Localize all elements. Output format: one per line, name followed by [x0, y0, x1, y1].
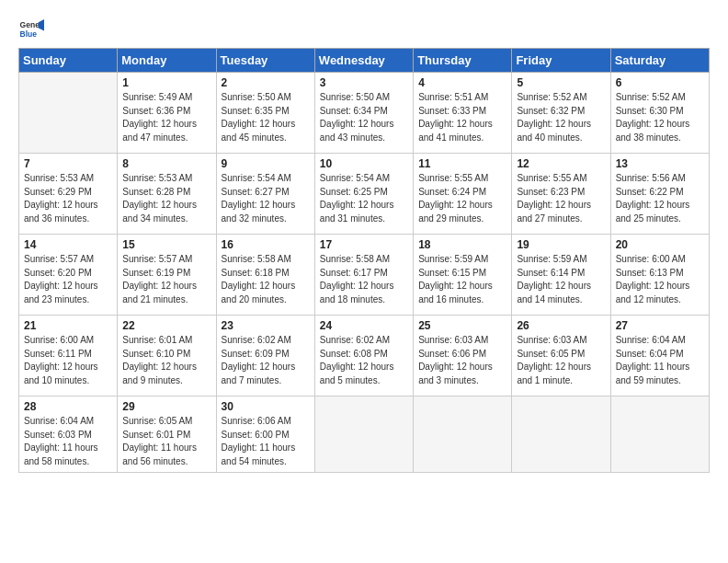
- weekday-header-wednesday: Wednesday: [314, 49, 413, 73]
- day-number: 7: [24, 157, 113, 170]
- calendar-cell: 7Sunrise: 5:53 AM Sunset: 6:29 PM Daylig…: [19, 154, 118, 235]
- calendar-cell: 30Sunrise: 6:06 AM Sunset: 6:00 PM Dayli…: [216, 396, 314, 473]
- day-info: Sunrise: 5:50 AM Sunset: 6:34 PM Dayligh…: [320, 91, 409, 144]
- calendar-cell: 23Sunrise: 6:02 AM Sunset: 6:09 PM Dayli…: [216, 316, 314, 396]
- logo-icon: General Blue: [18, 17, 44, 42]
- day-number: 22: [122, 319, 211, 332]
- calendar-cell: 8Sunrise: 5:53 AM Sunset: 6:28 PM Daylig…: [118, 154, 216, 235]
- week-row-3: 14Sunrise: 5:57 AM Sunset: 6:20 PM Dayli…: [19, 235, 710, 316]
- day-number: 28: [24, 400, 113, 413]
- week-row-1: 1Sunrise: 5:49 AM Sunset: 6:36 PM Daylig…: [19, 73, 710, 154]
- day-info: Sunrise: 6:04 AM Sunset: 6:04 PM Dayligh…: [616, 334, 705, 387]
- day-info: Sunrise: 5:55 AM Sunset: 6:24 PM Dayligh…: [418, 172, 507, 225]
- calendar-cell: 9Sunrise: 5:54 AM Sunset: 6:27 PM Daylig…: [216, 154, 314, 235]
- calendar-cell: [414, 396, 512, 473]
- calendar-cell: 28Sunrise: 6:04 AM Sunset: 6:03 PM Dayli…: [19, 396, 118, 473]
- day-number: 11: [418, 157, 507, 170]
- calendar-cell: 1Sunrise: 5:49 AM Sunset: 6:36 PM Daylig…: [118, 73, 216, 154]
- day-number: 24: [320, 319, 409, 332]
- calendar-cell: 15Sunrise: 5:57 AM Sunset: 6:19 PM Dayli…: [118, 235, 216, 316]
- calendar-cell: 20Sunrise: 6:00 AM Sunset: 6:13 PM Dayli…: [610, 235, 709, 316]
- day-info: Sunrise: 5:54 AM Sunset: 6:27 PM Dayligh…: [222, 172, 311, 225]
- day-number: 5: [517, 76, 606, 89]
- calendar-cell: 6Sunrise: 5:52 AM Sunset: 6:30 PM Daylig…: [610, 73, 709, 154]
- day-number: 3: [320, 76, 409, 89]
- calendar-cell: 4Sunrise: 5:51 AM Sunset: 6:33 PM Daylig…: [414, 73, 512, 154]
- calendar-cell: 29Sunrise: 6:05 AM Sunset: 6:01 PM Dayli…: [118, 396, 216, 473]
- calendar-cell: 27Sunrise: 6:04 AM Sunset: 6:04 PM Dayli…: [610, 316, 709, 396]
- calendar-cell: 3Sunrise: 5:50 AM Sunset: 6:34 PM Daylig…: [314, 73, 413, 154]
- day-info: Sunrise: 5:56 AM Sunset: 6:22 PM Dayligh…: [616, 172, 705, 225]
- day-number: 15: [122, 238, 211, 251]
- day-info: Sunrise: 5:52 AM Sunset: 6:32 PM Dayligh…: [517, 91, 606, 144]
- calendar-cell: 19Sunrise: 5:59 AM Sunset: 6:14 PM Dayli…: [512, 235, 610, 316]
- day-info: Sunrise: 5:53 AM Sunset: 6:29 PM Dayligh…: [24, 172, 113, 225]
- day-info: Sunrise: 6:00 AM Sunset: 6:11 PM Dayligh…: [24, 334, 113, 387]
- day-number: 20: [616, 238, 705, 251]
- weekday-header-thursday: Thursday: [414, 49, 512, 73]
- calendar-cell: 21Sunrise: 6:00 AM Sunset: 6:11 PM Dayli…: [19, 316, 118, 396]
- day-number: 1: [122, 76, 211, 89]
- calendar-cell: 10Sunrise: 5:54 AM Sunset: 6:25 PM Dayli…: [314, 154, 413, 235]
- calendar-cell: [19, 73, 118, 154]
- day-number: 2: [222, 76, 311, 89]
- day-info: Sunrise: 5:58 AM Sunset: 6:18 PM Dayligh…: [222, 253, 311, 306]
- day-info: Sunrise: 6:06 AM Sunset: 6:00 PM Dayligh…: [222, 415, 311, 468]
- day-number: 30: [222, 400, 311, 413]
- day-info: Sunrise: 6:05 AM Sunset: 6:01 PM Dayligh…: [122, 415, 211, 468]
- week-row-2: 7Sunrise: 5:53 AM Sunset: 6:29 PM Daylig…: [19, 154, 710, 235]
- calendar-cell: 13Sunrise: 5:56 AM Sunset: 6:22 PM Dayli…: [610, 154, 709, 235]
- weekday-header-friday: Friday: [512, 49, 610, 73]
- day-number: 23: [222, 319, 311, 332]
- calendar-cell: 14Sunrise: 5:57 AM Sunset: 6:20 PM Dayli…: [19, 235, 118, 316]
- day-info: Sunrise: 5:59 AM Sunset: 6:14 PM Dayligh…: [517, 253, 606, 306]
- day-info: Sunrise: 5:58 AM Sunset: 6:17 PM Dayligh…: [320, 253, 409, 306]
- calendar-cell: [610, 396, 709, 473]
- day-number: 25: [418, 319, 507, 332]
- weekday-header-monday: Monday: [118, 49, 216, 73]
- calendar-table: SundayMondayTuesdayWednesdayThursdayFrid…: [18, 48, 710, 473]
- logo: General Blue: [18, 17, 48, 42]
- day-number: 14: [24, 238, 113, 251]
- day-info: Sunrise: 5:54 AM Sunset: 6:25 PM Dayligh…: [320, 172, 409, 225]
- calendar-cell: 22Sunrise: 6:01 AM Sunset: 6:10 PM Dayli…: [118, 316, 216, 396]
- day-number: 4: [418, 76, 507, 89]
- day-info: Sunrise: 6:03 AM Sunset: 6:06 PM Dayligh…: [418, 334, 507, 387]
- day-number: 13: [616, 157, 705, 170]
- day-number: 21: [24, 319, 113, 332]
- day-info: Sunrise: 5:57 AM Sunset: 6:19 PM Dayligh…: [122, 253, 211, 306]
- day-number: 9: [222, 157, 311, 170]
- day-number: 16: [222, 238, 311, 251]
- calendar-cell: 2Sunrise: 5:50 AM Sunset: 6:35 PM Daylig…: [216, 73, 314, 154]
- weekday-header-row: SundayMondayTuesdayWednesdayThursdayFrid…: [19, 49, 710, 73]
- day-info: Sunrise: 5:59 AM Sunset: 6:15 PM Dayligh…: [418, 253, 507, 306]
- weekday-header-saturday: Saturday: [610, 49, 709, 73]
- day-number: 29: [122, 400, 211, 413]
- calendar-cell: 12Sunrise: 5:55 AM Sunset: 6:23 PM Dayli…: [512, 154, 610, 235]
- day-info: Sunrise: 6:04 AM Sunset: 6:03 PM Dayligh…: [24, 415, 113, 468]
- calendar-cell: 5Sunrise: 5:52 AM Sunset: 6:32 PM Daylig…: [512, 73, 610, 154]
- day-info: Sunrise: 5:55 AM Sunset: 6:23 PM Dayligh…: [517, 172, 606, 225]
- day-number: 10: [320, 157, 409, 170]
- calendar-cell: 11Sunrise: 5:55 AM Sunset: 6:24 PM Dayli…: [414, 154, 512, 235]
- week-row-4: 21Sunrise: 6:00 AM Sunset: 6:11 PM Dayli…: [19, 316, 710, 396]
- day-number: 18: [418, 238, 507, 251]
- day-info: Sunrise: 6:02 AM Sunset: 6:08 PM Dayligh…: [320, 334, 409, 387]
- day-info: Sunrise: 6:00 AM Sunset: 6:13 PM Dayligh…: [616, 253, 705, 306]
- day-info: Sunrise: 6:02 AM Sunset: 6:09 PM Dayligh…: [222, 334, 311, 387]
- calendar-cell: 26Sunrise: 6:03 AM Sunset: 6:05 PM Dayli…: [512, 316, 610, 396]
- svg-text:Blue: Blue: [20, 29, 38, 39]
- calendar-cell: 16Sunrise: 5:58 AM Sunset: 6:18 PM Dayli…: [216, 235, 314, 316]
- week-row-5: 28Sunrise: 6:04 AM Sunset: 6:03 PM Dayli…: [19, 396, 710, 473]
- calendar-cell: 24Sunrise: 6:02 AM Sunset: 6:08 PM Dayli…: [314, 316, 413, 396]
- day-number: 6: [616, 76, 705, 89]
- calendar-cell: 25Sunrise: 6:03 AM Sunset: 6:06 PM Dayli…: [414, 316, 512, 396]
- day-number: 26: [517, 319, 606, 332]
- main-container: General Blue SundayMondayTuesdayWednesda…: [0, 0, 728, 482]
- day-info: Sunrise: 6:01 AM Sunset: 6:10 PM Dayligh…: [122, 334, 211, 387]
- day-number: 17: [320, 238, 409, 251]
- calendar-cell: [314, 396, 413, 473]
- day-info: Sunrise: 6:03 AM Sunset: 6:05 PM Dayligh…: [517, 334, 606, 387]
- day-info: Sunrise: 5:51 AM Sunset: 6:33 PM Dayligh…: [418, 91, 507, 144]
- calendar-cell: 18Sunrise: 5:59 AM Sunset: 6:15 PM Dayli…: [414, 235, 512, 316]
